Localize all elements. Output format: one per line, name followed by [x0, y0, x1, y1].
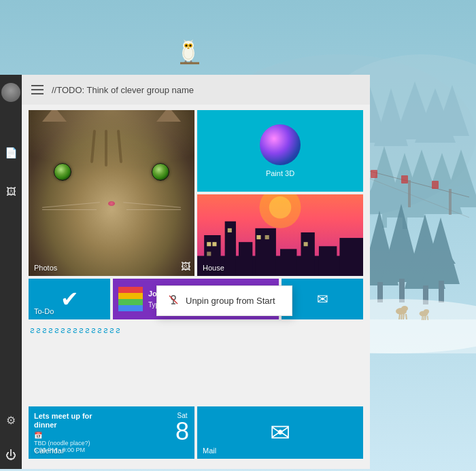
sep-char-13: ꙅ [103, 325, 108, 335]
svg-rect-93 [304, 242, 308, 246]
svg-point-95 [269, 196, 292, 219]
svg-rect-85 [319, 246, 337, 276]
group-title: //TODO: Think of clever group name [52, 85, 194, 95]
house-tile-label: House [203, 264, 224, 272]
sep-char-4: ꙅ [48, 325, 53, 335]
todo-tile-label: To-Do [34, 307, 54, 315]
tiles-grid: 🖼 Photos Paint 3D [29, 110, 363, 459]
photos-tile-label: Photos [34, 264, 57, 272]
start-menu-header: //TODO: Think of clever group name [22, 75, 370, 105]
svg-rect-92 [265, 235, 269, 239]
jot-icon [118, 287, 143, 311]
mail-envelope-icon: ✉ [270, 419, 290, 447]
svg-rect-90 [228, 228, 232, 232]
cal-date-display: Sat 8 [175, 412, 189, 444]
tile-todo[interactable]: ✔ To-Do [29, 279, 110, 319]
svg-rect-89 [207, 251, 211, 256]
sep-char-11: ꙅ [91, 325, 96, 335]
sep-char-3: ꙅ [42, 325, 47, 335]
svg-rect-88 [212, 242, 216, 246]
sep-char-8: ꙅ [73, 325, 78, 335]
sidebar-item-avatar[interactable] [0, 82, 22, 103]
sidebar-item-settings[interactable]: ⚙ [0, 409, 22, 431]
sidebar: 📄 🖼 ⚙ ⏻ [0, 75, 22, 469]
mail-small-icon: ✉ [317, 291, 328, 307]
paint3d-label: Paint 3D [266, 169, 294, 177]
sidebar-item-photos[interactable]: 🖼 [0, 180, 22, 202]
svg-rect-98 [118, 293, 143, 299]
sep-char-10: ꙅ [85, 325, 90, 335]
todo-checkmark: ✔ [61, 286, 79, 312]
sep-char-7: ꙅ [67, 325, 71, 335]
sep-char-15: ꙅ [116, 325, 120, 335]
svg-rect-84 [301, 232, 315, 276]
sep-char-1: ꙅ [30, 325, 35, 335]
tile-house[interactable]: House [197, 194, 363, 276]
sep-char-12: ꙅ [97, 325, 102, 335]
svg-rect-100 [118, 305, 143, 311]
tiles-separator: ꙅ ꙅ ꙅ ꙅ ꙅ ꙅ ꙅ ꙅ ꙅ ꙅ ꙅ ꙅ ꙅ ꙅ ꙅ [29, 322, 363, 337]
photos-tile-icon: 🖼 [181, 261, 190, 272]
sep-char-6: ꙅ [61, 325, 65, 335]
cal-event-emoji: 📅 [34, 432, 189, 439]
sep-char-5: ꙅ [54, 325, 59, 335]
start-menu-content: //TODO: Think of clever group name [22, 75, 370, 469]
sep-char-14: ꙅ [109, 325, 114, 335]
tile-photos[interactable]: 🖼 Photos [29, 110, 194, 276]
calendar-tile-label: Calendar [34, 447, 65, 455]
svg-rect-83 [280, 249, 296, 276]
sep-char-2: ꙅ [36, 325, 41, 335]
unpin-label: Unpin group from Start [186, 296, 275, 306]
cal-event-sub: TBD (noodle place?) [34, 440, 189, 447]
tile-mail-main[interactable]: ✉ Mail [197, 406, 363, 459]
svg-rect-86 [339, 238, 363, 276]
svg-rect-91 [256, 235, 260, 239]
context-menu-unpin-item[interactable]: Unpin group from Start [157, 289, 292, 313]
hamburger-button[interactable] [31, 85, 44, 94]
svg-rect-97 [118, 287, 143, 293]
cal-event-title: Lets meet up for dinner [34, 412, 109, 430]
tile-mail-small[interactable]: ✉ [282, 279, 363, 319]
sidebar-item-power[interactable]: ⏻ [0, 447, 22, 469]
svg-rect-81 [239, 242, 252, 276]
start-menu: 📄 🖼 ⚙ ⏻ //TODO: Think of clever group na… [0, 75, 313, 469]
tile-paint3d[interactable]: Paint 3D [197, 110, 363, 192]
svg-rect-87 [207, 242, 211, 246]
context-menu: Unpin group from Start [156, 285, 292, 316]
paint3d-ball [260, 124, 301, 165]
sep-char-9: ꙅ [79, 325, 84, 335]
svg-rect-99 [118, 299, 143, 305]
unpin-icon [168, 294, 179, 307]
sidebar-item-document[interactable]: 📄 [0, 142, 22, 164]
mail-tile-label: Mail [203, 447, 216, 455]
tile-calendar[interactable]: Lets meet up for dinner 📅 TBD (noodle pl… [29, 406, 194, 459]
